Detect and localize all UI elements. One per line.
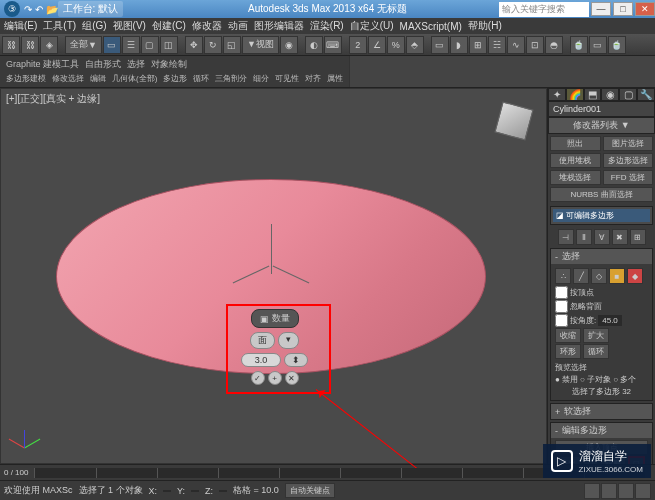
ribbon-properties[interactable]: 属性 [327,73,343,84]
subobj-border-icon[interactable]: ◇ [591,268,607,284]
ignore-backfacing-checkbox[interactable] [555,300,568,313]
align-icon[interactable]: ⊞ [469,36,487,54]
cmd-btn-4[interactable]: 堆栈选择 [550,170,601,185]
help-search-input[interactable]: 输入关键字搜索 [499,2,589,17]
scale-icon[interactable]: ◱ [223,36,241,54]
minimize-button[interactable]: — [591,2,611,16]
caddy-cancel-button[interactable]: ✕ [285,371,299,385]
menu-animation[interactable]: 动画 [228,19,248,33]
stack-unique-icon[interactable]: ∀ [594,229,610,245]
motion-tab-icon[interactable]: ◉ [601,88,619,101]
unlink-icon[interactable]: ⛓ [21,36,39,54]
caddy-apply-button[interactable]: + [268,371,282,385]
coord-y-field[interactable] [191,490,199,492]
nav-max-icon[interactable] [635,483,651,499]
subobj-edge-icon[interactable]: ╱ [573,268,589,284]
use-center-icon[interactable]: ◉ [280,36,298,54]
stack-show-icon[interactable]: Ⅱ [576,229,592,245]
coord-x-field[interactable] [163,490,171,492]
cmd-btn-6[interactable]: NURBS 曲面选择 [550,187,653,202]
snap-angle-icon[interactable]: ∠ [368,36,386,54]
rollout-edit-header[interactable]: - 编辑多边形 [551,423,652,438]
menu-graph-editors[interactable]: 图形编辑器 [254,19,304,33]
modifier-list-dropdown[interactable]: 修改器列表 ▼ [548,117,655,134]
caddy-spinner[interactable]: ⬍ [284,353,308,367]
select-object-icon[interactable]: ▭ [103,36,121,54]
hierarchy-tab-icon[interactable]: ⬒ [584,88,602,101]
selection-filter[interactable]: 全部 ▼ [65,36,102,54]
preview-subobj-radio[interactable]: ○ 子对象 [580,374,611,385]
menu-maxscript[interactable]: MAXScript(M) [400,21,462,32]
ribbon-poly-modeling[interactable]: 多边形建模 [6,73,46,84]
subobj-vertex-icon[interactable]: ∴ [555,268,571,284]
stack-pin-icon[interactable]: ⊣ [558,229,574,245]
ribbon-modify-sel[interactable]: 修改选择 [52,73,84,84]
menu-views[interactable]: 视图(V) [113,19,146,33]
viewport-perspective[interactable]: [+][正交][真实 + 边缘] ▣ 数量 面 ▾ 3.0 ⬍ ✓ + ✕ [0,88,547,464]
modifier-stack[interactable]: ◪ 可编辑多边形 [550,206,653,225]
curve-editor-icon[interactable]: ∿ [507,36,525,54]
stack-config-icon[interactable]: ⊞ [630,229,646,245]
render-frame-icon[interactable]: ▭ [589,36,607,54]
nav-pan-icon[interactable] [584,483,600,499]
nav-orbit-icon[interactable] [618,483,634,499]
cmd-btn-5[interactable]: FFD 选择 [603,170,654,185]
menu-rendering[interactable]: 渲染(R) [310,19,344,33]
ribbon-tris[interactable]: 三角剖分 [215,73,247,84]
grow-button[interactable]: 扩大 [583,328,609,343]
caddy-height-input[interactable]: 3.0 [241,353,281,367]
cmd-btn-0[interactable]: 照出 [550,136,601,151]
caddy-mode-dropdown[interactable]: ▾ [278,332,299,349]
loop-button[interactable]: 循环 [583,344,609,359]
stack-item-editable-poly[interactable]: ◪ 可编辑多边形 [553,209,650,222]
menu-create[interactable]: 创建(C) [152,19,186,33]
open-icon[interactable]: 📂 [46,4,58,15]
coord-z-field[interactable] [219,490,227,492]
subobj-polygon-icon[interactable]: ■ [609,268,625,284]
ribbon-visibility[interactable]: 可见性 [275,73,299,84]
by-angle-checkbox[interactable] [555,314,568,327]
cmd-btn-3[interactable]: 多边形选择 [603,153,654,168]
named-sel-icon[interactable]: ▭ [431,36,449,54]
snap-spinner-icon[interactable]: ⬘ [406,36,424,54]
preview-multi-radio[interactable]: ○ 多个 [613,374,636,385]
rollout-soft-header[interactable]: + 软选择 [551,404,652,419]
link-icon[interactable]: ⛓ [2,36,20,54]
close-button[interactable]: ✕ [635,2,655,16]
menu-help[interactable]: 帮助(H) [468,19,502,33]
display-tab-icon[interactable]: ▢ [619,88,637,101]
utilities-tab-icon[interactable]: 🔧 [637,88,655,101]
caddy-mode-button[interactable]: 面 [250,332,275,349]
ring-button[interactable]: 环形 [555,344,581,359]
rollout-selection-header[interactable]: - 选择 [551,249,652,264]
app-logo-icon[interactable]: ③ [4,1,20,17]
by-vertex-checkbox[interactable] [555,286,568,299]
rotate-icon[interactable]: ↻ [204,36,222,54]
menu-edit[interactable]: 编辑(E) [4,19,37,33]
mirror-icon[interactable]: ◗ [450,36,468,54]
cmd-btn-1[interactable]: 图片选择 [603,136,654,151]
snap-percent-icon[interactable]: % [387,36,405,54]
ribbon-loops[interactable]: 循环 [193,73,209,84]
create-tab-icon[interactable]: ✦ [548,88,566,101]
snap-2d-icon[interactable]: 2 [349,36,367,54]
ref-coord-system[interactable]: ▼视图 [242,36,279,54]
nav-zoom-icon[interactable] [601,483,617,499]
select-region-icon[interactable]: ▢ [141,36,159,54]
window-crossing-icon[interactable]: ◫ [160,36,178,54]
render-setup-icon[interactable]: 🍵 [570,36,588,54]
ribbon-geometry[interactable]: 几何体(全部) [112,73,157,84]
auto-key-button[interactable]: 自动关键点 [285,483,335,498]
shrink-button[interactable]: 收缩 [555,328,581,343]
material-editor-icon[interactable]: ◓ [545,36,563,54]
keyboard-shortcut-icon[interactable]: ⌨ [324,36,342,54]
menu-group[interactable]: 组(G) [82,19,106,33]
angle-spinner[interactable]: 45.0 [598,315,622,326]
caddy-ok-button[interactable]: ✓ [251,371,265,385]
menu-customize[interactable]: 自定义(U) [350,19,394,33]
viewcube[interactable] [491,99,536,144]
render-icon[interactable]: 🍵 [608,36,626,54]
ribbon-edit[interactable]: 编辑 [90,73,106,84]
menu-tools[interactable]: 工具(T) [43,19,76,33]
ribbon-polygons[interactable]: 多边形 [163,73,187,84]
